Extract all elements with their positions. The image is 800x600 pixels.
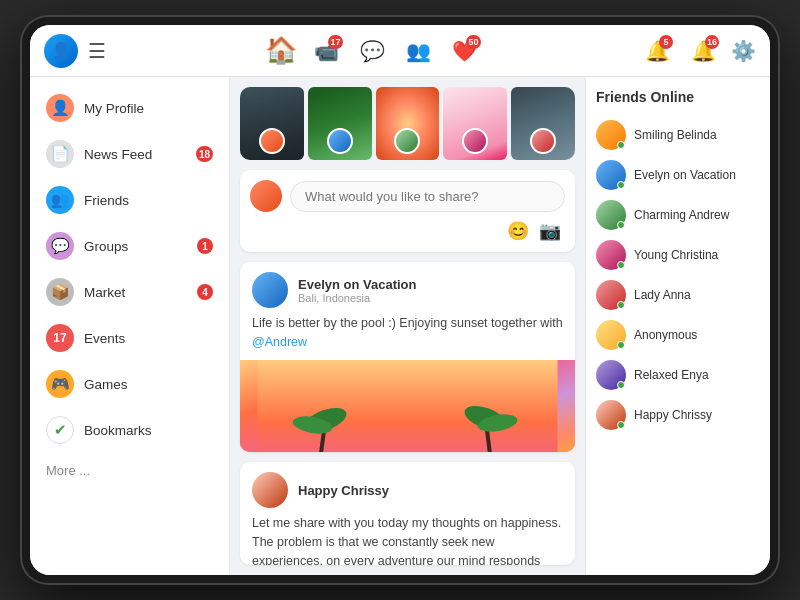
friend-avatar-7 <box>596 400 626 430</box>
message-nav-icon[interactable]: 💬 <box>355 33 391 69</box>
alert2-badge: 16 <box>705 35 719 49</box>
sidebar-label-my-profile: My Profile <box>84 101 144 116</box>
hamburger-menu[interactable]: ☰ <box>88 39 106 63</box>
post-location-1: Bali, Indonesia <box>298 292 563 304</box>
user-avatar[interactable]: 👤 <box>44 34 78 68</box>
market-badge: 4 <box>197 284 213 300</box>
friend-item-4[interactable]: Lady Anna <box>596 275 760 315</box>
sidebar-item-bookmarks[interactable]: ✔ Bookmarks <box>30 407 229 453</box>
video-badge: 17 <box>328 35 342 49</box>
post-avatar-2 <box>252 472 288 508</box>
friend-name-5: Anonymous <box>634 328 697 342</box>
friend-item-7[interactable]: Happy Chrissy <box>596 395 760 435</box>
friend-name-6: Relaxed Enya <box>634 368 709 382</box>
emoji-icon[interactable]: 😊 <box>507 220 529 242</box>
camera-icon[interactable]: 📷 <box>539 220 561 242</box>
photo-strip <box>240 87 575 160</box>
main-content: 👤 My Profile 📄 News Feed 18 👥 Friends 💬 … <box>30 77 770 575</box>
post-card-2: Happy Chrissy Let me share with you toda… <box>240 462 575 565</box>
sidebar-item-market[interactable]: 📦 Market 4 <box>30 269 229 315</box>
friend-name-2: Charming Andrew <box>634 208 729 222</box>
sidebar: 👤 My Profile 📄 News Feed 18 👥 Friends 💬 … <box>30 77 230 575</box>
online-dot-4 <box>617 301 625 309</box>
sidebar-label-friends: Friends <box>84 193 129 208</box>
sidebar-item-my-profile[interactable]: 👤 My Profile <box>30 85 229 131</box>
photo-item-2[interactable] <box>308 87 372 160</box>
alert1-nav-icon[interactable]: 🔔 5 <box>639 33 675 69</box>
friends-nav-icon[interactable]: 👥 <box>401 33 437 69</box>
sidebar-label-market: Market <box>84 285 125 300</box>
heart-nav-icon[interactable]: ❤️ 50 <box>447 33 483 69</box>
photo-item-3[interactable] <box>376 87 440 160</box>
friend-name-3: Young Christina <box>634 248 718 262</box>
share-box: 😊 📷 <box>240 170 575 252</box>
online-dot-3 <box>617 261 625 269</box>
post-card-1: Evelyn on Vacation Bali, Indonesia Life … <box>240 262 575 452</box>
photo-item-5[interactable] <box>511 87 575 160</box>
post-author-2: Happy Chrissy <box>298 483 563 498</box>
friend-item-1[interactable]: Evelyn on Vacation <box>596 155 760 195</box>
video-nav-icon[interactable]: 📹 17 <box>309 33 345 69</box>
friend-item-0[interactable]: Smiling Belinda <box>596 115 760 155</box>
groups-badge: 1 <box>197 238 213 254</box>
market-icon: 📦 <box>46 278 74 306</box>
sidebar-label-groups: Groups <box>84 239 128 254</box>
post-image-svg <box>240 360 575 452</box>
alert1-badge: 5 <box>659 35 673 49</box>
sidebar-item-events[interactable]: 17 Events <box>30 315 229 361</box>
sidebar-label-events: Events <box>84 331 125 346</box>
friend-name-7: Happy Chrissy <box>634 408 712 422</box>
post-mention-1[interactable]: @Andrew <box>252 335 307 349</box>
post-author-1: Evelyn on Vacation <box>298 277 563 292</box>
home-icon[interactable]: 🏠 <box>263 33 299 69</box>
events-icon: 17 <box>46 324 74 352</box>
games-icon: 🎮 <box>46 370 74 398</box>
settings-icon[interactable]: ⚙️ <box>731 39 756 63</box>
sidebar-more[interactable]: More ... <box>30 453 229 488</box>
friend-avatar-4 <box>596 280 626 310</box>
news-feed-badge: 18 <box>196 146 213 162</box>
share-avatar <box>250 180 282 212</box>
screen: 👤 ☰ 🏠 📹 17 💬 👥 ❤️ 50 <box>30 25 770 575</box>
share-input[interactable] <box>290 181 565 212</box>
friend-avatar-1 <box>596 160 626 190</box>
photo-item-1[interactable] <box>240 87 304 160</box>
friend-name-0: Smiling Belinda <box>634 128 717 142</box>
friend-avatar-6 <box>596 360 626 390</box>
sidebar-item-groups[interactable]: 💬 Groups 1 <box>30 223 229 269</box>
post-header-1: Evelyn on Vacation Bali, Indonesia <box>240 262 575 314</box>
friend-item-6[interactable]: Relaxed Enya <box>596 355 760 395</box>
sidebar-label-games: Games <box>84 377 128 392</box>
friends-online-title: Friends Online <box>596 89 760 105</box>
friend-item-5[interactable]: Anonymous <box>596 315 760 355</box>
svg-rect-0 <box>258 360 558 452</box>
online-dot-5 <box>617 341 625 349</box>
online-dot-7 <box>617 421 625 429</box>
friend-name-1: Evelyn on Vacation <box>634 168 736 182</box>
right-panel: Friends Online Smiling Belinda Evelyn on… <box>585 77 770 575</box>
sidebar-item-news-feed[interactable]: 📄 News Feed 18 <box>30 131 229 177</box>
groups-icon: 💬 <box>46 232 74 260</box>
bookmarks-icon: ✔ <box>46 416 74 444</box>
post-image-1 <box>240 360 575 452</box>
friend-item-3[interactable]: Young Christina <box>596 235 760 275</box>
alert2-nav-icon[interactable]: 🔔 16 <box>685 33 721 69</box>
friends-icon: 👥 <box>46 186 74 214</box>
friend-item-2[interactable]: Charming Andrew <box>596 195 760 235</box>
friend-avatar-0 <box>596 120 626 150</box>
post-meta-1: Evelyn on Vacation Bali, Indonesia <box>298 277 563 304</box>
post-meta-2: Happy Chrissy <box>298 483 563 498</box>
sidebar-item-games[interactable]: 🎮 Games <box>30 361 229 407</box>
feed: 😊 📷 Evelyn on Vacation Bali, Indonesia <box>230 77 585 575</box>
sidebar-label-news-feed: News Feed <box>84 147 152 162</box>
profile-icon: 👤 <box>46 94 74 122</box>
tablet-frame: 👤 ☰ 🏠 📹 17 💬 👥 ❤️ 50 <box>20 15 780 585</box>
friend-name-4: Lady Anna <box>634 288 691 302</box>
heart-badge: 50 <box>466 35 480 49</box>
post-text-2: Let me share with you today my thoughts … <box>240 514 575 565</box>
sidebar-item-friends[interactable]: 👥 Friends <box>30 177 229 223</box>
post-text-1: Life is better by the pool :) Enjoying s… <box>240 314 575 360</box>
post-image-bg <box>240 360 575 452</box>
photo-item-4[interactable] <box>443 87 507 160</box>
share-actions: 😊 📷 <box>250 220 565 242</box>
